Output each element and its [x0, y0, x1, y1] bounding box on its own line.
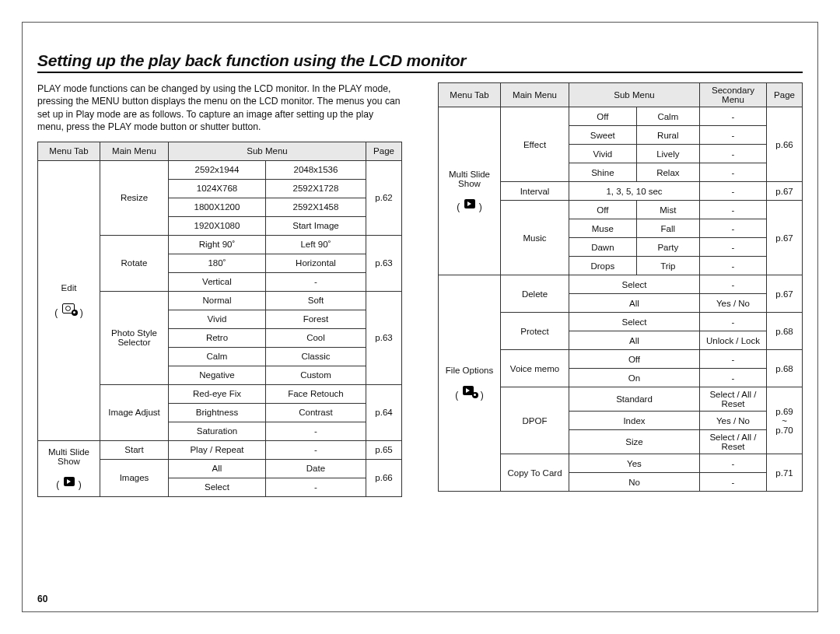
- table-header-row: Menu Tab Main Menu Sub Menu Secondary Me…: [439, 83, 803, 107]
- header-mainmenu: Main Menu: [501, 83, 569, 107]
- menu-table-a: Menu Tab Main Menu Sub Menu Page Edit ( …: [37, 142, 402, 497]
- tab-slide-b: Multi Slide Show ( ): [439, 107, 501, 275]
- main-resize: Resize: [100, 160, 169, 235]
- left-column: PLAY mode functions can be changed by us…: [37, 82, 402, 497]
- tab-file: File Options ( ): [439, 275, 501, 492]
- main-effect: Effect: [501, 107, 569, 182]
- file-options-icon: [461, 384, 478, 398]
- main-imgadj: Image Adjust: [100, 384, 169, 440]
- edit-icon: [61, 302, 78, 316]
- main-start: Start: [100, 440, 169, 459]
- slideshow-icon: [62, 475, 76, 488]
- header-secmenu: Secondary Menu: [700, 83, 767, 107]
- page-title: Setting up the play back function using …: [37, 51, 803, 73]
- header-page: Page: [767, 83, 803, 107]
- main-pss: Photo Style Selector: [100, 291, 169, 384]
- content-columns: PLAY mode functions can be changed by us…: [37, 82, 803, 497]
- page-number: 60: [37, 594, 47, 604]
- table-header-row: Menu Tab Main Menu Sub Menu Page: [38, 142, 402, 160]
- header-submenu: Sub Menu: [569, 83, 700, 107]
- header-menutab: Menu Tab: [439, 83, 501, 107]
- main-copy: Copy To Card: [501, 454, 569, 492]
- main-voice: Voice memo: [501, 350, 569, 387]
- menu-table-b: Menu Tab Main Menu Sub Menu Secondary Me…: [438, 82, 803, 492]
- main-interval: Interval: [501, 182, 569, 201]
- main-images: Images: [100, 459, 169, 496]
- header-menutab: Menu Tab: [38, 142, 100, 160]
- slideshow-icon: [463, 198, 477, 210]
- header-page: Page: [366, 142, 402, 160]
- header-submenu: Sub Menu: [169, 142, 366, 160]
- header-mainmenu: Main Menu: [100, 142, 169, 160]
- main-delete: Delete: [501, 275, 569, 313]
- main-dpof: DPOF: [501, 387, 569, 454]
- main-music: Music: [501, 201, 569, 275]
- tab-edit: Edit ( ): [38, 160, 100, 440]
- tab-slide-a: Multi Slide Show ( ): [38, 440, 100, 496]
- right-column: Menu Tab Main Menu Sub Menu Secondary Me…: [438, 82, 803, 497]
- main-protect: Protect: [501, 313, 569, 350]
- intro-paragraph: PLAY mode functions can be changed by us…: [37, 82, 402, 134]
- main-rotate: Rotate: [100, 235, 169, 291]
